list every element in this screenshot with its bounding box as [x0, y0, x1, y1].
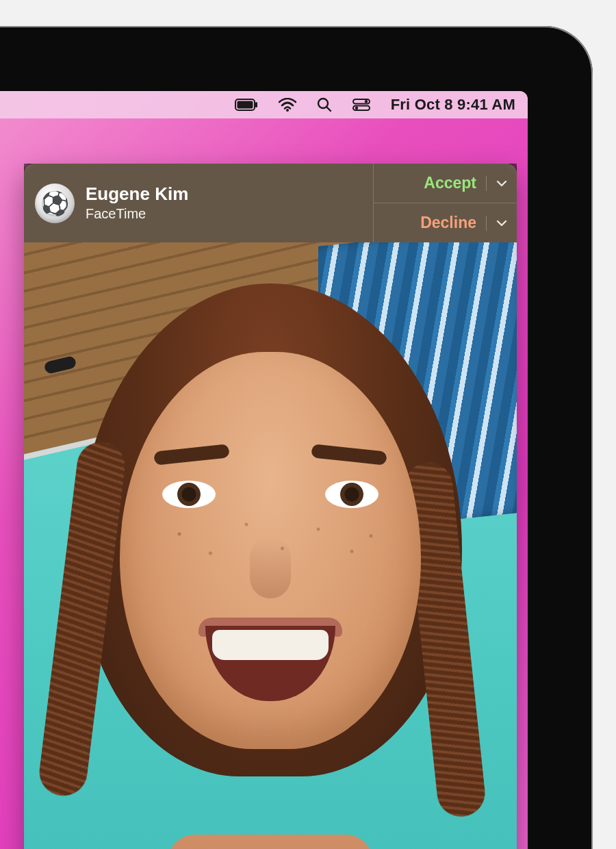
decline-button[interactable]: Decline	[374, 203, 517, 242]
accept-options-chevron-icon[interactable]	[496, 180, 507, 187]
search-icon[interactable]	[317, 97, 332, 112]
svg-line-5	[326, 107, 331, 112]
svg-rect-2	[255, 102, 257, 107]
accept-button[interactable]: Accept	[374, 164, 517, 203]
battery-icon[interactable]	[235, 99, 258, 111]
divider	[486, 216, 487, 231]
caller-avatar: ⚽	[35, 183, 75, 223]
menu-bar: Fri Oct 8 9:41 AM	[0, 91, 528, 118]
wifi-icon[interactable]	[279, 98, 296, 112]
caller-info: Eugene Kim FaceTime	[86, 184, 188, 222]
facetime-window: ⚽ Eugene Kim FaceTime Accept Dec	[24, 164, 517, 849]
caller-name: Eugene Kim	[86, 184, 188, 205]
video-preview	[24, 242, 517, 849]
video-scene	[24, 242, 517, 849]
call-actions: Accept Decline	[373, 164, 517, 242]
self-view-person	[24, 242, 517, 849]
caller-app-label: FaceTime	[86, 206, 188, 222]
soccer-ball-icon: ⚽	[40, 190, 69, 217]
svg-rect-1	[237, 101, 253, 109]
svg-point-9	[355, 107, 357, 110]
device-frame: Fri Oct 8 9:41 AM ⚽ Eugene Kim FaceTime …	[0, 26, 593, 849]
decline-label: Decline	[420, 214, 476, 232]
decline-options-chevron-icon[interactable]	[496, 220, 507, 227]
accept-label: Accept	[424, 174, 476, 192]
svg-point-7	[364, 100, 367, 103]
menubar-datetime[interactable]: Fri Oct 8 9:41 AM	[391, 96, 515, 114]
svg-point-3	[286, 109, 289, 112]
desktop-screen: Fri Oct 8 9:41 AM ⚽ Eugene Kim FaceTime …	[0, 91, 528, 849]
incoming-call-bar: ⚽ Eugene Kim FaceTime Accept Dec	[24, 164, 517, 242]
control-center-icon[interactable]	[352, 99, 370, 111]
divider	[486, 176, 487, 191]
